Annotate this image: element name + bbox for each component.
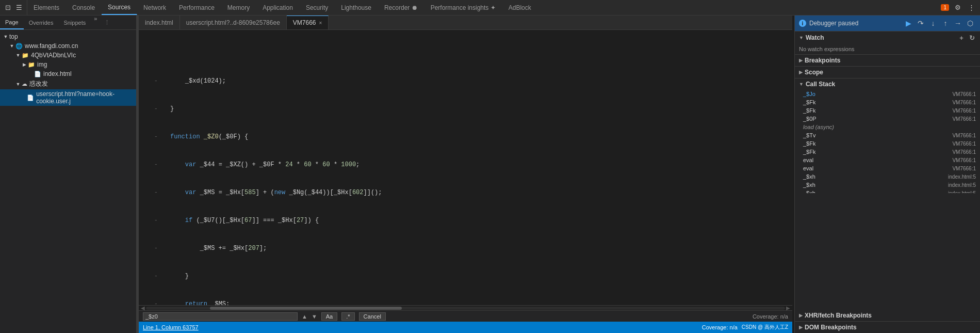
tree-item-userscript[interactable]: ▶ 📄 userscript.html?name=hook-cookie.use… [0, 89, 136, 106]
tab-adblock[interactable]: AdBlock [502, 0, 538, 15]
callstack-item-0p[interactable]: _$0P VM7666:1 [795, 115, 980, 123]
breakpoints-arrow-icon: ▶ [799, 58, 803, 63]
editor-tab-close[interactable]: × [319, 20, 322, 26]
tree-item-folder2[interactable]: ▼ ☁ 惑改发 [0, 78, 136, 89]
case-sensitive-btn[interactable]: Aa [321, 312, 337, 321]
sidebar-tab-page[interactable]: Page [0, 15, 24, 29]
tab-network[interactable]: Network [137, 0, 173, 15]
cs-name: _$Fk [803, 140, 952, 147]
sidebar-more-icon[interactable]: ⋮ [102, 19, 112, 26]
debug-step-out-btn[interactable]: ↑ [940, 18, 951, 29]
tree-arrow: ▶ [21, 62, 28, 67]
status-coverage: Coverage: n/a [702, 324, 738, 330]
editor-tab-userscript[interactable]: userscript.html?..d-8609e25786ee [180, 15, 287, 29]
more-icon[interactable]: ⋮ [967, 3, 976, 12]
h-scroll-thumb[interactable] [210, 307, 402, 310]
top-toolbar: ⊡ ☰ Elements Console Sources Network Per… [0, 0, 980, 15]
sidebar-tab-snippets[interactable]: Snippets [58, 15, 91, 29]
match-up-icon[interactable]: ▲ [302, 313, 307, 320]
watch-content: No watch expressions [795, 44, 980, 54]
tree-item-folder1[interactable]: ▼ 📁 4QbVtADbnLVIc [0, 51, 136, 60]
tab-application[interactable]: Application [256, 0, 300, 15]
cs-file: VM7666:1 [952, 108, 976, 114]
cs-name: _$xh [803, 182, 948, 188]
tab-elements[interactable]: Elements [27, 0, 66, 15]
scope-label: Scope [805, 69, 823, 76]
callstack-item-xh1[interactable]: _$xh index.html:5 [795, 172, 980, 181]
tree-arrow: ▼ [2, 34, 9, 39]
cs-file: VM7666:1 [952, 157, 976, 163]
callstack-item-xh2[interactable]: _$xh index.html:5 [795, 181, 980, 189]
callstack-item-eval1[interactable]: eval VM7666:1 [795, 156, 980, 164]
debugger-banner: i Debugger paused ▶ ↷ ↓ ↑ → ⬡ [795, 15, 980, 31]
code-content[interactable]: - - - - - - - - - - - - - - - [139, 30, 792, 305]
xhr-arrow-icon: ▶ [799, 313, 803, 318]
callstack-item-fk1[interactable]: _$Fk VM7666:1 [795, 98, 980, 106]
watch-section-header[interactable]: ▼ Watch + ↻ [795, 31, 980, 44]
callstack-section-header[interactable]: ▼ Call Stack [795, 78, 980, 90]
cs-name: eval [803, 157, 952, 163]
callstack-item-fk2[interactable]: _$Fk VM7666:1 [795, 106, 980, 115]
watch-add-btn[interactable]: + [957, 34, 966, 42]
callstack-item-eval2[interactable]: eval VM7666:1 [795, 164, 980, 172]
cs-name: eval [803, 165, 952, 171]
callstack-item-xh3[interactable]: _$xh index.html:5 [795, 189, 980, 193]
editor-tab-vm7666-label: VM7666 [293, 19, 316, 26]
tree-label-domain: www.fangdi.com.cn [25, 42, 78, 50]
settings-icon[interactable]: ⚙ [953, 3, 962, 12]
match-down-icon[interactable]: ▼ [312, 313, 317, 320]
editor-h-scrollbar[interactable]: ◀ ▶ [139, 305, 792, 310]
search-input[interactable] [143, 312, 298, 321]
tree-item-indexhtml[interactable]: ▶ 📄 index.html [0, 69, 136, 78]
cs-name: _$xh [803, 173, 948, 180]
debug-step-into-btn[interactable]: ↓ [927, 18, 939, 29]
dom-arrow-icon: ▶ [799, 325, 803, 330]
debugger-icon: i [799, 20, 806, 27]
editor-tab-index-label: index.html [145, 19, 173, 26]
inspect-icon[interactable]: ⊡ [3, 3, 12, 12]
callstack-item-fk4[interactable]: _$Fk VM7666:1 [795, 148, 980, 156]
editor-tab-vm7666[interactable]: VM7666 × [287, 15, 329, 29]
breakpoints-label: Breakpoints [805, 57, 840, 64]
cancel-btn[interactable]: Cancel [359, 312, 386, 321]
watch-section: ▼ Watch + ↻ No watch expressions [795, 31, 980, 55]
tab-console[interactable]: Console [66, 0, 102, 15]
sidebar-tab-overrides[interactable]: Overrides [24, 15, 59, 29]
debug-deactivate-btn[interactable]: ⬡ [965, 18, 976, 29]
tree-item-top[interactable]: ▼ top [0, 32, 136, 41]
watch-label: Watch [806, 34, 824, 41]
scope-section-header[interactable]: ▶ Scope [795, 67, 980, 78]
dom-section-header[interactable]: ▶ DOM Breakpoints [795, 322, 980, 333]
devtools-icons: ⊡ ☰ [0, 0, 27, 15]
tab-performance-insights[interactable]: Performance insights ✦ [424, 0, 502, 15]
callstack-item-tv[interactable]: _$Tv VM7666:1 [795, 131, 980, 139]
tab-lighthouse[interactable]: Lighthouse [335, 0, 378, 15]
debug-step-btn[interactable]: → [952, 18, 963, 29]
editor-tab-index[interactable]: index.html [139, 15, 180, 29]
cs-file: VM7666:1 [952, 91, 976, 97]
callstack-item-fk3[interactable]: _$Fk VM7666:1 [795, 139, 980, 148]
tab-security[interactable]: Security [300, 0, 335, 15]
regex-btn[interactable]: .* [341, 312, 354, 321]
debug-step-over-btn[interactable]: ↷ [915, 18, 926, 29]
device-icon[interactable]: ☰ [14, 3, 24, 12]
right-panel: i Debugger paused ▶ ↷ ↓ ↑ → ⬡ ▼ Watch + … [794, 15, 980, 333]
tab-performance[interactable]: Performance [173, 0, 221, 15]
tab-sources[interactable]: Sources [102, 0, 137, 15]
cs-name: _$Fk [803, 107, 952, 114]
callstack-item-jo[interactable]: _$Jo VM7666:1 [795, 90, 980, 98]
watch-actions: + ↻ [957, 34, 976, 42]
right-panel-resize[interactable] [792, 15, 794, 333]
tab-memory[interactable]: Memory [221, 0, 256, 15]
cs-file: VM7666:1 [952, 141, 976, 147]
breakpoints-section-header[interactable]: ▶ Breakpoints [795, 55, 980, 66]
tree-label-folder1: 4QbVtADbnLVIc [31, 52, 76, 59]
watch-refresh-btn[interactable]: ↻ [968, 34, 976, 42]
sidebar-tab-more[interactable]: » [91, 15, 100, 29]
tab-recorder[interactable]: Recorder ⏺ [378, 0, 424, 15]
dom-label: DOM Breakpoints [805, 324, 857, 331]
tree-item-domain[interactable]: ▼ 🌐 www.fangdi.com.cn [0, 41, 136, 51]
xhr-section-header[interactable]: ▶ XHR/fetch Breakpoints [795, 310, 980, 321]
debug-resume-btn[interactable]: ▶ [903, 18, 914, 29]
tree-item-img[interactable]: ▶ 📁 img [0, 60, 136, 69]
